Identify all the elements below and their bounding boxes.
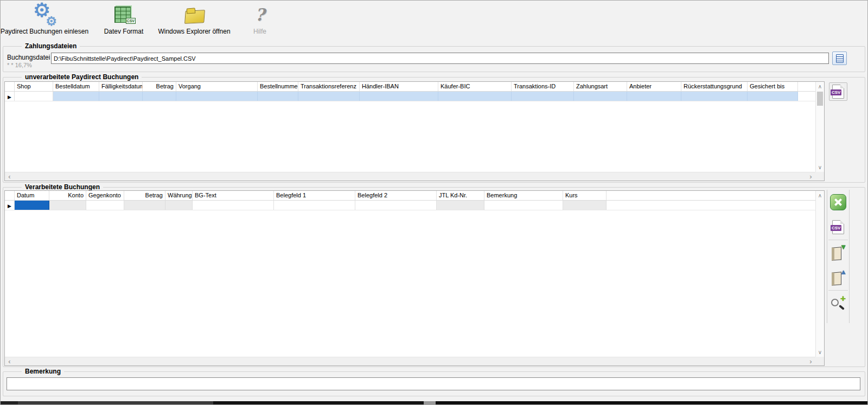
cell-bestelldatum[interactable] <box>53 92 99 101</box>
row-marker-header <box>5 82 15 91</box>
column-header[interactable]: Zahlungsart <box>574 82 627 91</box>
open-windows-explorer-button[interactable]: Windows Explorer öffnen <box>160 3 228 35</box>
column-header[interactable]: Anbieter <box>627 82 681 91</box>
export-unprocessed-csv-button[interactable]: CSV <box>829 82 847 101</box>
cell-jtl-kd-nr[interactable] <box>437 201 484 210</box>
cell-betrag[interactable] <box>124 201 165 210</box>
column-header[interactable]: Gesichert bis <box>748 82 798 91</box>
column-header[interactable]: Bestellnummer <box>258 82 298 91</box>
zoom-search-button[interactable] <box>827 291 849 316</box>
scroll-right-icon[interactable] <box>807 172 815 181</box>
column-header[interactable]: Betrag <box>124 191 165 200</box>
row-marker-icon <box>8 93 11 100</box>
column-header[interactable]: Belegfeld 1 <box>274 191 355 200</box>
cell-gegenkonto[interactable] <box>86 201 124 210</box>
scroll-left-icon[interactable] <box>5 172 14 181</box>
scroll-down-icon[interactable] <box>816 163 824 171</box>
cell-konto[interactable] <box>49 201 86 210</box>
column-header-filler <box>607 191 815 200</box>
cell-waehrung[interactable] <box>165 201 193 210</box>
csv-badge: CSV <box>831 89 841 95</box>
column-header[interactable]: Bemerkung <box>484 191 563 200</box>
group-title: unverarbeitete Paydirect Buchungen <box>22 73 142 81</box>
group-zahlungsdateien: Zahlungsdateien Buchungsdatei * * 16,7% <box>3 46 865 72</box>
cell-betrag[interactable] <box>143 92 176 101</box>
cell-transaktions-id[interactable] <box>512 92 574 101</box>
vertical-scrollbar[interactable] <box>815 191 824 357</box>
cell-bg-text[interactable] <box>193 201 274 210</box>
buchungsdatei-path-input[interactable] <box>51 53 829 64</box>
active-row-marker <box>5 201 15 210</box>
column-header[interactable]: Belegfeld 2 <box>355 191 437 200</box>
toolbar-button-label: Hilfe <box>253 28 266 35</box>
cell-belegfeld-2[interactable] <box>355 201 437 210</box>
column-header[interactable]: Gegenkonto <box>86 191 124 200</box>
scroll-up-icon[interactable] <box>816 191 824 200</box>
datev-format-button[interactable]: CSV Datev Format <box>101 3 146 35</box>
column-header[interactable]: Transaktions-ID <box>512 82 574 91</box>
column-header[interactable]: Betrag <box>143 82 176 91</box>
export-bookings-button[interactable] <box>827 265 849 290</box>
excel-icon <box>830 194 846 210</box>
column-header[interactable]: Datum <box>15 191 49 200</box>
csv-ledger-icon: CSV <box>113 5 134 25</box>
column-header[interactable]: Bestelldatum <box>53 82 99 91</box>
table-row[interactable] <box>5 92 815 101</box>
cell-shop[interactable] <box>15 92 53 101</box>
row-filler <box>798 92 815 101</box>
cell-faelligkeitsdatum[interactable] <box>99 92 143 101</box>
grid-header-row: Datum Konto Gegenkonto Betrag Währung BG… <box>5 191 815 201</box>
cell-vorgang[interactable] <box>176 92 258 101</box>
horizontal-scrollbar[interactable] <box>5 172 815 181</box>
magnifier-plus-icon <box>830 295 846 311</box>
scrollbar-thumb[interactable] <box>817 92 823 106</box>
horizontal-scrollbar[interactable] <box>5 357 815 365</box>
row-marker-icon <box>8 202 11 209</box>
scroll-up-icon[interactable] <box>816 82 824 91</box>
column-header[interactable]: Kurs <box>563 191 607 200</box>
column-header[interactable]: Vorgang <box>176 82 258 91</box>
cell-haendler-iban[interactable] <box>360 92 438 101</box>
group-verarbeitete-buchungen: Verarbeitete Buchungen Datum Konto Gegen… <box>3 187 865 367</box>
scroll-right-icon[interactable] <box>807 357 815 365</box>
cell-rueckerstattungsgrund[interactable] <box>681 92 748 101</box>
vertical-scrollbar[interactable] <box>815 82 824 172</box>
help-button[interactable]: Hilfe <box>244 3 276 35</box>
scroll-left-icon[interactable] <box>5 357 14 365</box>
column-header[interactable]: Käufer-BIC <box>438 82 512 91</box>
scrollbar-corner <box>815 172 824 181</box>
column-header[interactable]: Rückerstattungsgrund <box>681 82 748 91</box>
cell-bemerkung[interactable] <box>484 201 563 210</box>
bemerkung-input[interactable] <box>7 377 860 390</box>
unprocessed-bookings-grid: Shop Bestelldatum Fälligkeitsdatum Betra… <box>4 81 825 181</box>
import-bookings-button[interactable] <box>827 240 849 265</box>
cell-kurs[interactable] <box>563 201 607 210</box>
table-row[interactable] <box>5 201 815 210</box>
column-header[interactable]: Händler-IBAN <box>360 82 438 91</box>
read-paydirect-bookings-button[interactable]: Paydirect Buchungen einlesen <box>4 3 85 35</box>
cell-belegfeld-1[interactable] <box>274 201 355 210</box>
column-header[interactable]: Fälligkeitsdatum <box>99 82 143 91</box>
column-header[interactable]: Konto <box>49 191 86 200</box>
cell-gesichert-bis[interactable] <box>748 92 798 101</box>
export-csv-button[interactable]: CSV <box>827 215 849 240</box>
export-excel-button[interactable] <box>827 190 849 215</box>
processed-bookings-grid: Datum Konto Gegenkonto Betrag Währung BG… <box>4 190 825 366</box>
browse-file-button[interactable] <box>832 52 847 65</box>
column-header[interactable]: Transaktionsreferenz <box>298 82 360 91</box>
cell-anbieter[interactable] <box>627 92 681 101</box>
column-header[interactable]: Währung <box>165 191 193 200</box>
cell-zahlungsart[interactable] <box>574 92 627 101</box>
arrow-up-icon <box>840 268 847 276</box>
column-header[interactable]: BG-Text <box>193 191 274 200</box>
column-header[interactable]: JTL Kd-Nr. <box>437 191 484 200</box>
cell-kaeufer-bic[interactable] <box>438 92 512 101</box>
scrollbar-corner <box>815 357 824 365</box>
column-header[interactable]: Shop <box>15 82 53 91</box>
csv-badge: CSV <box>126 18 136 24</box>
cell-bestellnummer[interactable] <box>258 92 298 101</box>
scroll-down-icon[interactable] <box>816 348 824 356</box>
cell-transaktionsreferenz[interactable] <box>298 92 360 101</box>
cell-datum-selected[interactable] <box>15 201 49 210</box>
active-row-marker <box>5 92 15 101</box>
